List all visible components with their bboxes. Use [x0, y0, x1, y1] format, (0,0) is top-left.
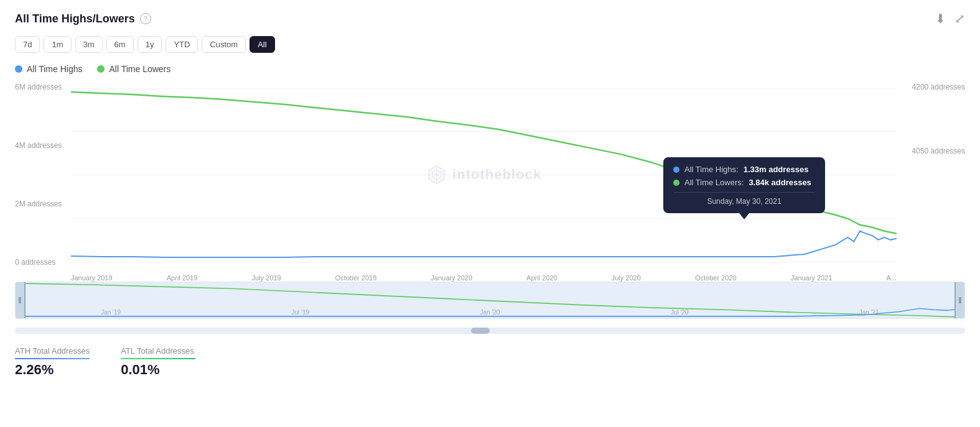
- y-right-4200: 4200 addresses: [897, 83, 965, 91]
- chart-header: All Time Highs/Lowers ? ⬇ ⤢: [15, 11, 965, 26]
- filter-ytd[interactable]: YTD: [166, 36, 198, 53]
- download-icon[interactable]: ⬇: [935, 11, 946, 26]
- x-last: A...: [886, 274, 897, 282]
- x-axis: January 2019 April 2019 July 2019 Octobe…: [71, 274, 897, 282]
- legend-dot-ath: [15, 65, 22, 73]
- legend-label-atl: All Time Lowers: [109, 64, 170, 74]
- header-actions: ⬇ ⤢: [935, 11, 965, 26]
- stat-ath-underline: [15, 358, 90, 359]
- main-chart: 6M addresses 4M addresses 2M addresses 0…: [15, 83, 965, 282]
- stat-atl-underline: [121, 358, 195, 359]
- scroll-thumb[interactable]: [471, 328, 490, 334]
- x-jan19: January 2019: [71, 274, 113, 282]
- filter-7d[interactable]: 7d: [15, 36, 40, 53]
- legend-ath: All Time Highs: [15, 64, 82, 74]
- mm-jul19: Jul '19: [292, 309, 310, 316]
- chart-svg-area: intotheblock All Time Highs: 1.: [71, 83, 897, 267]
- scroll-bar[interactable]: [15, 328, 965, 334]
- filter-custom[interactable]: Custom: [202, 36, 246, 53]
- stat-atl-value: 0.01%: [121, 362, 195, 378]
- filter-6m[interactable]: 6m: [106, 36, 134, 53]
- x-oct19: October 2019: [335, 274, 377, 282]
- y-right-4050: 4050 addresses: [897, 147, 965, 155]
- legend-label-ath: All Time Highs: [27, 64, 82, 74]
- time-filter-bar: 7d 1m 3m 6m 1y YTD Custom All: [15, 36, 965, 53]
- mm-jul20: Jul '20: [671, 309, 689, 316]
- x-jan21: January 2021: [791, 274, 833, 282]
- filter-1y[interactable]: 1y: [138, 36, 162, 53]
- x-oct20: October 2020: [695, 274, 737, 282]
- y-label-2m: 2M addresses: [15, 200, 71, 208]
- stat-ath: ATH Total Addresses 2.26%: [15, 346, 90, 378]
- legend-dot-atl: [97, 65, 105, 73]
- minimap-label-row: Jan '19 Jul '19 Jan '20 Jul '20 Jan '21: [16, 309, 964, 316]
- chart-legend: All Time Highs All Time Lowers: [15, 64, 965, 74]
- expand-icon[interactable]: ⤢: [954, 11, 965, 26]
- mm-jan19: Jan '19: [101, 309, 121, 316]
- filter-3m[interactable]: 3m: [75, 36, 103, 53]
- y-label-4m: 4M addresses: [15, 141, 71, 150]
- chart-title: All Time Highs/Lowers: [15, 12, 135, 25]
- chart-minimap[interactable]: Jan '19 Jul '19 Jan '20 Jul '20 Jan '21: [15, 282, 965, 319]
- filter-all[interactable]: All: [250, 36, 274, 53]
- stat-atl: ATL Total Addresses 0.01%: [121, 346, 195, 378]
- x-jul20: July 2020: [612, 274, 641, 282]
- x-jan20: January 2020: [431, 274, 472, 282]
- chart-lines: [71, 83, 897, 267]
- stat-ath-label: ATH Total Addresses: [15, 346, 90, 356]
- legend-atl: All Time Lowers: [97, 64, 170, 74]
- stat-atl-label: ATL Total Addresses: [121, 346, 195, 356]
- x-apr20: April 2020: [526, 274, 558, 282]
- help-icon[interactable]: ?: [140, 13, 151, 24]
- minimap-right-handle[interactable]: [954, 282, 964, 318]
- x-jul19: July 2019: [251, 274, 281, 282]
- y-axis-left: 6M addresses 4M addresses 2M addresses 0…: [15, 83, 71, 282]
- stat-ath-value: 2.26%: [15, 362, 90, 378]
- y-axis-right: 4200 addresses 4050 addresses: [897, 83, 965, 282]
- stats-section: ATH Total Addresses 2.26% ATL Total Addr…: [15, 346, 965, 378]
- y-label-6m: 6M addresses: [15, 83, 71, 91]
- mm-jan20: Jan '20: [480, 309, 500, 316]
- y-label-0: 0 addresses: [15, 258, 71, 267]
- x-apr19: April 2019: [167, 274, 198, 282]
- filter-1m[interactable]: 1m: [44, 36, 71, 53]
- mm-jan21: Jan '21: [859, 309, 879, 316]
- title-area: All Time Highs/Lowers ?: [15, 12, 151, 25]
